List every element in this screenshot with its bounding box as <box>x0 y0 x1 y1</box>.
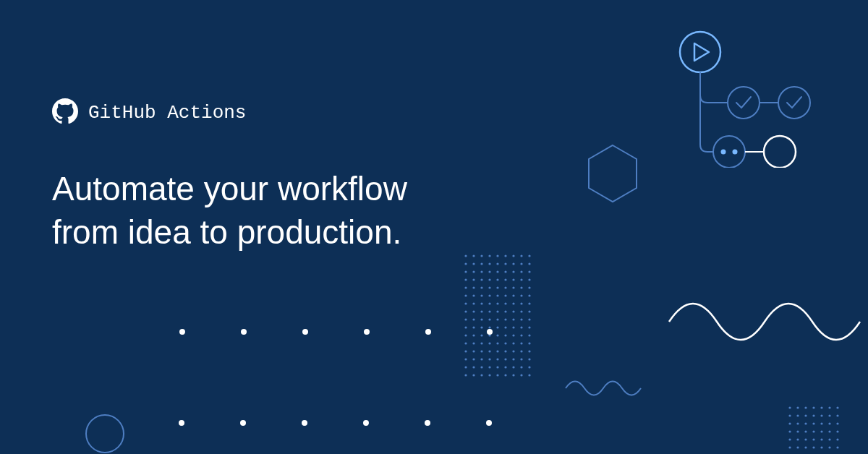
svg-point-112 <box>488 342 490 344</box>
svg-point-157 <box>364 329 370 335</box>
hexagon-icon <box>584 141 641 206</box>
svg-point-31 <box>488 270 490 273</box>
svg-point-27 <box>528 262 530 265</box>
svg-point-4 <box>713 136 745 168</box>
svg-point-161 <box>240 420 246 426</box>
svg-point-98 <box>520 326 522 328</box>
svg-point-51 <box>504 286 506 288</box>
svg-point-120 <box>480 350 482 352</box>
svg-point-193 <box>828 430 830 432</box>
svg-point-48 <box>480 286 482 288</box>
svg-point-159 <box>487 329 493 335</box>
svg-point-5 <box>721 150 726 155</box>
svg-point-197 <box>804 438 807 440</box>
svg-point-3 <box>778 87 810 119</box>
svg-point-190 <box>804 430 807 432</box>
svg-point-188 <box>788 430 791 432</box>
svg-point-99 <box>528 326 530 328</box>
svg-point-88 <box>512 318 514 320</box>
svg-point-66 <box>480 302 482 304</box>
svg-point-54 <box>528 286 530 288</box>
svg-point-79 <box>512 310 514 312</box>
svg-point-6 <box>733 150 738 155</box>
svg-point-152 <box>520 374 522 376</box>
svg-point-70 <box>512 302 514 304</box>
svg-point-129 <box>480 358 482 360</box>
svg-point-123 <box>504 350 506 352</box>
svg-point-82 <box>464 318 467 320</box>
svg-point-202 <box>788 446 791 448</box>
svg-point-69 <box>504 302 506 304</box>
svg-point-68 <box>496 302 498 304</box>
svg-point-170 <box>812 406 814 408</box>
svg-point-173 <box>836 406 838 408</box>
svg-point-164 <box>425 420 430 426</box>
svg-point-52 <box>512 286 514 288</box>
svg-point-71 <box>520 302 522 304</box>
svg-point-24 <box>504 262 506 265</box>
svg-point-153 <box>528 374 530 376</box>
svg-point-34 <box>512 270 514 273</box>
svg-point-156 <box>302 329 308 335</box>
svg-point-137 <box>472 366 475 368</box>
svg-point-105 <box>504 334 506 336</box>
svg-point-36 <box>528 270 530 273</box>
svg-point-114 <box>504 342 506 344</box>
svg-point-131 <box>496 358 498 360</box>
svg-point-168 <box>796 406 799 408</box>
svg-point-106 <box>512 334 514 336</box>
svg-point-186 <box>828 422 830 424</box>
svg-point-45 <box>528 278 530 280</box>
svg-point-8 <box>764 136 796 168</box>
svg-point-118 <box>464 350 467 352</box>
svg-point-108 <box>528 334 530 336</box>
svg-marker-9 <box>589 145 637 202</box>
svg-point-182 <box>796 422 799 424</box>
svg-point-42 <box>504 278 506 280</box>
wave-large-icon <box>665 289 861 354</box>
svg-point-19 <box>464 262 467 265</box>
svg-point-89 <box>520 318 522 320</box>
svg-point-41 <box>496 278 498 280</box>
svg-point-133 <box>512 358 514 360</box>
svg-point-138 <box>480 366 482 368</box>
svg-point-56 <box>472 294 475 296</box>
svg-point-127 <box>464 358 467 360</box>
svg-point-43 <box>512 278 514 280</box>
svg-point-151 <box>512 374 514 376</box>
svg-point-17 <box>520 254 522 257</box>
svg-point-178 <box>820 414 822 416</box>
svg-point-180 <box>836 414 838 416</box>
svg-point-145 <box>464 374 467 376</box>
header: GitHub Actions <box>52 98 246 127</box>
svg-point-122 <box>496 350 498 352</box>
svg-point-125 <box>520 350 522 352</box>
svg-point-87 <box>504 318 506 320</box>
svg-point-148 <box>488 374 490 376</box>
svg-point-32 <box>496 270 498 273</box>
svg-point-181 <box>788 422 791 424</box>
svg-point-139 <box>488 366 490 368</box>
dot-grid-small-icon <box>787 405 841 454</box>
svg-point-14 <box>496 254 498 257</box>
svg-point-28 <box>464 270 467 273</box>
svg-point-189 <box>796 430 799 432</box>
svg-point-128 <box>472 358 475 360</box>
svg-point-37 <box>464 278 467 280</box>
svg-point-206 <box>820 446 822 448</box>
svg-point-200 <box>828 438 830 440</box>
svg-point-177 <box>812 414 814 416</box>
svg-point-58 <box>488 294 490 296</box>
svg-point-117 <box>528 342 530 344</box>
svg-point-163 <box>363 420 369 426</box>
svg-point-111 <box>480 342 482 344</box>
svg-point-40 <box>488 278 490 280</box>
svg-point-179 <box>828 414 830 416</box>
svg-point-141 <box>504 366 506 368</box>
svg-point-83 <box>472 318 475 320</box>
svg-point-146 <box>472 374 475 376</box>
headline: Automate your workflow from idea to prod… <box>52 168 407 254</box>
svg-point-158 <box>425 329 431 335</box>
svg-point-121 <box>488 350 490 352</box>
svg-point-132 <box>504 358 506 360</box>
